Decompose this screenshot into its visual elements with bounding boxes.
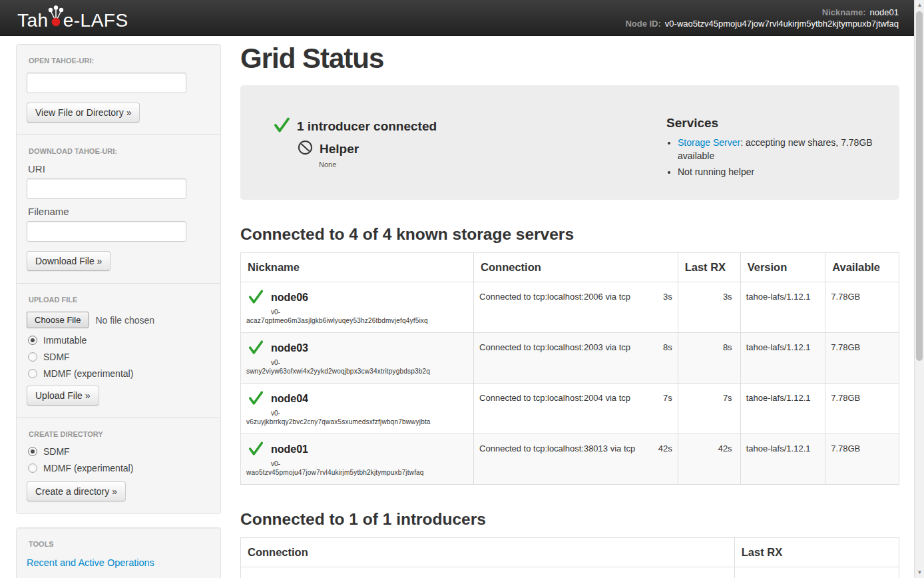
scrollbar-thumb[interactable]: [916, 11, 923, 361]
connection-text: Connected to tcp:localhost:2006 via tcp: [479, 292, 630, 302]
last-rx-value: 3s: [684, 288, 732, 302]
col-last-rx: Last RX: [734, 537, 899, 567]
browser-scrollbar[interactable]: ▲ ▼: [914, 0, 924, 578]
introducer-status-text: 1 introducer connected: [297, 119, 437, 134]
connection-age: 3s: [663, 292, 672, 302]
storage-server-row: node04 v0- v6zuyjkbrrkqy2bvc2cny7qwax5sx…: [241, 383, 899, 433]
last-rx-value: 4s: [734, 567, 899, 578]
radio-icon[interactable]: [28, 336, 37, 345]
radio-icon[interactable]: [28, 369, 37, 378]
col-connection: Connection: [241, 537, 735, 567]
radio-option-immutable[interactable]: Immutable: [28, 335, 210, 346]
radio-label: SDMF: [43, 446, 70, 457]
node-id-label: Node ID:: [625, 18, 660, 29]
tahoe-node-icon: [47, 5, 65, 32]
radio-option-mdmf[interactable]: MDMF (experimental): [28, 368, 210, 379]
services-title: Services: [666, 116, 886, 131]
no-file-chosen-text: No file chosen: [95, 315, 154, 326]
download-file-button[interactable]: Download File »: [27, 251, 111, 271]
connection-age: 7s: [663, 393, 672, 403]
section-divider: [17, 418, 220, 418]
node-nickname: node04: [271, 393, 308, 405]
radio-label: Immutable: [43, 335, 87, 346]
brand-text-post: e-LAFS: [63, 10, 128, 31]
choose-file-button[interactable]: Choose File: [27, 312, 89, 328]
version-value: tahoe-lafs/1.12.1: [746, 390, 820, 403]
storage-server-link[interactable]: Storage Server: [678, 137, 740, 148]
scrollbar-down-arrow[interactable]: ▼: [915, 567, 924, 578]
last-rx-value: 42s: [684, 440, 732, 453]
create-directory-label: CREATE DIRECTORY: [29, 430, 210, 438]
node-nickname: node03: [271, 342, 308, 354]
helper-disabled-icon: [297, 139, 314, 158]
available-value: 7.78GB: [831, 288, 893, 302]
radio-label: SDMF: [43, 352, 70, 362]
helper-service-status: Not running helper: [678, 166, 754, 177]
storage-server-row: node06 v0- acaz7qptmeo6m3asjlgkb6iwlyuqe…: [241, 282, 899, 332]
introducer-check-icon: [273, 116, 291, 137]
radio-option-sdmf[interactable]: SDMF: [28, 352, 210, 362]
storage-server-row: node01 v0- wao5tzv45pmoju47jow7rvl4ukirj…: [241, 433, 899, 484]
connected-check-icon: [248, 440, 264, 459]
download-uri-label: DOWNLOAD TAHOE-URI:: [29, 147, 210, 155]
recent-operations-link[interactable]: Recent and Active Operations: [27, 557, 154, 568]
page-title: Grid Status: [240, 43, 899, 75]
tools-label: TOOLS: [29, 540, 210, 548]
upload-file-label: UPLOAD FILE: [29, 296, 210, 304]
upload-file-button[interactable]: Upload File »: [27, 386, 99, 406]
node-id-hash: acaz7qptmeo6m3asjlgkb6iwlyuqey53hz26tbdm…: [246, 317, 468, 324]
section-divider: [17, 135, 220, 135]
node-id-prefix: v0-: [271, 308, 468, 316]
table-header-row: Nickname Connection Last RX Version Avai…: [241, 252, 899, 282]
col-version: Version: [740, 252, 825, 282]
introducers-heading: Connected to 1 of 1 introducers: [240, 510, 899, 529]
node-nickname: node06: [271, 292, 308, 304]
connection-text: Connected to tcp:localhost:2004 via tcp: [479, 393, 630, 403]
upload-file-section: UPLOAD FILE Choose File No file chosen I…: [27, 296, 210, 406]
connection-status-block: 1 introducer connected Helper None: [273, 116, 437, 182]
nickname-value: node01: [870, 7, 899, 18]
col-connection: Connection: [474, 252, 678, 282]
connection-age: 8s: [663, 342, 672, 352]
col-last-rx: Last RX: [678, 252, 740, 282]
radio-icon[interactable]: [28, 463, 37, 473]
status-well: 1 introducer connected Helper None Servi…: [240, 85, 899, 200]
view-file-button[interactable]: View File or Directory »: [27, 103, 140, 123]
radio-label: MDMF (experimental): [43, 463, 133, 473]
uri-field-label: URI: [28, 163, 210, 174]
create-directory-button[interactable]: Create a directory »: [27, 481, 126, 501]
storage-servers-table: Nickname Connection Last RX Version Avai…: [240, 252, 899, 485]
radio-icon[interactable]: [28, 447, 37, 456]
scrollbar-up-arrow[interactable]: ▲: [915, 0, 924, 11]
open-uri-input[interactable]: [27, 73, 186, 93]
col-nickname: Nickname: [241, 252, 474, 282]
download-filename-input[interactable]: [27, 221, 186, 242]
node-id-hash: v6zuyjkbrrkqy2bvc2cny7qwax5sxumedsxfzfjw…: [246, 418, 468, 426]
node-id-prefix: v0-: [271, 460, 468, 467]
create-directory-section: CREATE DIRECTORY SDMF MDMF (experimental…: [27, 430, 210, 501]
tahoe-lafs-logo[interactable]: Tah e-LAFS: [17, 5, 128, 31]
connection-age: 42s: [658, 443, 672, 453]
node-id-prefix: v0-: [271, 410, 468, 417]
version-value: tahoe-lafs/1.12.1: [746, 440, 820, 453]
sidebar: OPEN TAHOE-URI: View File or Directory »…: [16, 44, 221, 578]
brand-text-pre: Tah: [17, 10, 49, 31]
connected-check-icon: [248, 339, 264, 358]
radio-option-dir-sdmf[interactable]: SDMF: [28, 446, 210, 457]
service-item-storage: Storage Server: accepting new shares, 7.…: [678, 137, 886, 162]
available-value: 7.78GB: [831, 440, 893, 453]
introducer-row: Connected to tcp:localhost:39165 via tcp…: [241, 567, 899, 578]
open-uri-section: OPEN TAHOE-URI: View File or Directory »: [27, 57, 210, 123]
radio-option-dir-mdmf[interactable]: MDMF (experimental): [28, 463, 210, 473]
section-divider: [17, 283, 220, 284]
storage-servers-heading: Connected to 4 of 4 known storage server…: [240, 225, 899, 244]
col-available: Available: [825, 252, 899, 282]
connected-check-icon: [248, 390, 264, 408]
version-value: tahoe-lafs/1.12.1: [746, 288, 820, 302]
forms-panel: OPEN TAHOE-URI: View File or Directory »…: [16, 44, 221, 514]
node-identity: Nickname: node01 Node ID: v0-wao5tzv45pm…: [625, 7, 899, 29]
node-id-value: v0-wao5tzv45pmoju47jow7rvl4ukirjm5ytbh2k…: [665, 18, 899, 29]
download-uri-input[interactable]: [27, 178, 186, 199]
radio-icon[interactable]: [28, 352, 37, 362]
node-id-hash: wao5tzv45pmoju47jow7rvl4ukirjm5ytbh2kjty…: [246, 469, 468, 476]
